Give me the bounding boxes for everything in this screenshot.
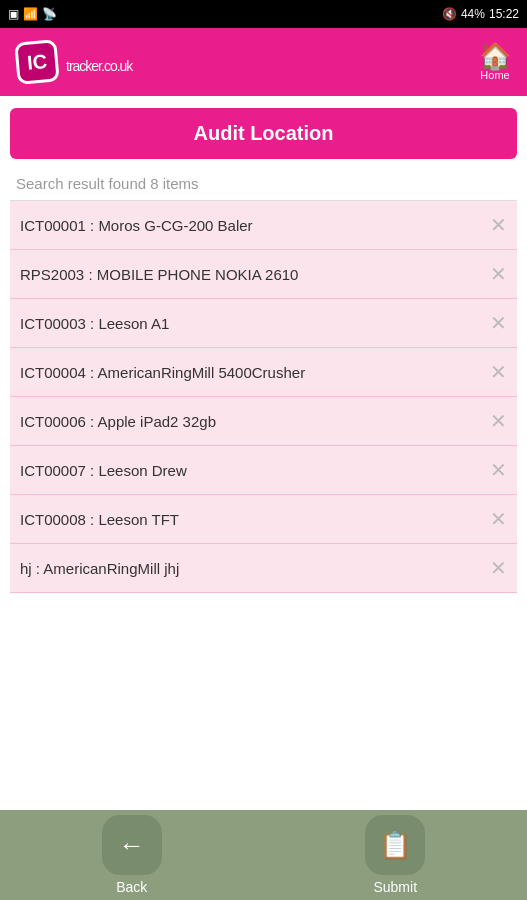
logo-brand: tracker bbox=[66, 58, 101, 74]
remove-item-button[interactable]: ✕ bbox=[480, 215, 507, 235]
list-item: RPS2003 : MOBILE PHONE NOKIA 2610✕ bbox=[10, 250, 517, 299]
remove-item-button[interactable]: ✕ bbox=[480, 558, 507, 578]
remove-item-button[interactable]: ✕ bbox=[480, 264, 507, 284]
list-item-text: ICT00006 : Apple iPad2 32gb bbox=[20, 413, 480, 430]
remove-item-button[interactable]: ✕ bbox=[480, 460, 507, 480]
home-icon: 🏠 bbox=[479, 43, 511, 69]
items-list: ICT00001 : Moros G-CG-200 Baler✕RPS2003 … bbox=[10, 201, 517, 593]
list-item-text: ICT00001 : Moros G-CG-200 Baler bbox=[20, 217, 480, 234]
status-icons: ▣ 📶 📡 bbox=[8, 7, 57, 21]
app-header: IC tracker.co.uk 🏠 Home bbox=[0, 28, 527, 96]
search-result-count: Search result found 8 items bbox=[16, 175, 199, 192]
logo-text: tracker.co.uk bbox=[66, 47, 132, 78]
time-display: 15:22 bbox=[489, 7, 519, 21]
audit-location-label: Audit Location bbox=[194, 122, 334, 144]
status-right: 🔇 44% 15:22 bbox=[442, 7, 519, 21]
list-item: ICT00006 : Apple iPad2 32gb✕ bbox=[10, 397, 517, 446]
logo-domain: .co.uk bbox=[101, 58, 132, 74]
mute-icon: 🔇 bbox=[442, 7, 457, 21]
home-button[interactable]: 🏠 Home bbox=[479, 43, 511, 81]
list-item-text: RPS2003 : MOBILE PHONE NOKIA 2610 bbox=[20, 266, 480, 283]
audit-location-banner: Audit Location bbox=[10, 108, 517, 159]
search-result-text: Search result found 8 items bbox=[0, 171, 527, 200]
list-item: ICT00008 : Leeson TFT✕ bbox=[10, 495, 517, 544]
battery-level: 44% bbox=[461, 7, 485, 21]
back-label: Back bbox=[116, 879, 147, 895]
list-item: ICT00004 : AmericanRingMill 5400Crusher✕ bbox=[10, 348, 517, 397]
remove-item-button[interactable]: ✕ bbox=[480, 509, 507, 529]
list-item: ICT00007 : Leeson Drew✕ bbox=[10, 446, 517, 495]
list-item: ICT00001 : Moros G-CG-200 Baler✕ bbox=[10, 201, 517, 250]
list-item-text: ICT00007 : Leeson Drew bbox=[20, 462, 480, 479]
back-icon: ← bbox=[102, 815, 162, 875]
logo-area: IC tracker.co.uk bbox=[16, 41, 132, 83]
logo-badge: IC bbox=[14, 39, 60, 85]
submit-icon: 📋 bbox=[365, 815, 425, 875]
remove-item-button[interactable]: ✕ bbox=[480, 313, 507, 333]
remove-item-button[interactable]: ✕ bbox=[480, 411, 507, 431]
submit-label: Submit bbox=[373, 879, 417, 895]
list-item: ICT00003 : Leeson A1✕ bbox=[10, 299, 517, 348]
back-button[interactable]: ← Back bbox=[87, 815, 177, 895]
submit-button[interactable]: 📋 Submit bbox=[350, 815, 440, 895]
list-item: hj : AmericanRingMill jhj✕ bbox=[10, 544, 517, 593]
list-item-text: ICT00008 : Leeson TFT bbox=[20, 511, 480, 528]
list-item-text: hj : AmericanRingMill jhj bbox=[20, 560, 480, 577]
list-item-text: ICT00004 : AmericanRingMill 5400Crusher bbox=[20, 364, 480, 381]
bottom-nav: ← Back 📋 Submit bbox=[0, 810, 527, 900]
wifi-icon: 📶 bbox=[23, 7, 38, 21]
signal-icon: 📡 bbox=[42, 7, 57, 21]
status-bar: ▣ 📶 📡 🔇 44% 15:22 bbox=[0, 0, 527, 28]
list-item-text: ICT00003 : Leeson A1 bbox=[20, 315, 480, 332]
sim-icon: ▣ bbox=[8, 7, 19, 21]
home-label: Home bbox=[480, 69, 509, 81]
remove-item-button[interactable]: ✕ bbox=[480, 362, 507, 382]
